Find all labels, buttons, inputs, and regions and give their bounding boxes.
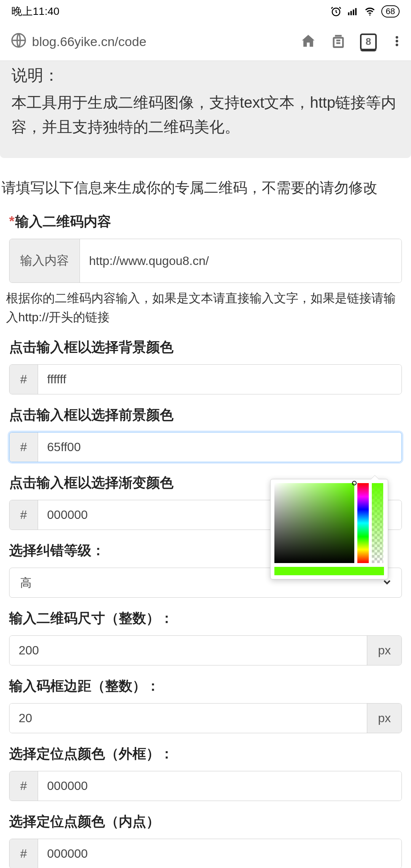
label-fgcolor: 点击输入框以选择前景颜色 — [9, 406, 402, 424]
wifi-icon — [364, 6, 376, 17]
label-size: 输入二维码尺寸（整数）： — [9, 609, 402, 628]
status-bar: 晚上11:40 68 — [0, 0, 411, 23]
field-bgcolor: 点击输入框以选择背景颜色 # — [9, 338, 402, 394]
svg-point-10 — [396, 43, 398, 46]
browser-actions: 8 — [300, 33, 403, 51]
popover-arrow — [371, 475, 379, 479]
notice-title: 说明： — [11, 62, 400, 88]
status-time: 晚上11:40 — [11, 4, 59, 19]
intro-text: 请填写以下信息来生成你的专属二维码，不需要的请勿修改 — [0, 177, 411, 212]
addon-content: 输入内容 — [10, 239, 80, 282]
addon-hash: # — [10, 365, 38, 394]
addon-hash: # — [10, 500, 38, 530]
bgcolor-input[interactable] — [38, 365, 401, 394]
addon-px: px — [367, 636, 401, 665]
input-group-size: px — [9, 635, 402, 665]
size-input[interactable] — [10, 636, 367, 665]
more-icon[interactable] — [390, 33, 403, 51]
help-content: 根据你的二维码内容输入，如果是文本请直接输入文字，如果是链接请输入http://… — [6, 289, 402, 327]
label-ptcolor-in: 选择定位点颜色（内点） — [9, 812, 402, 831]
margin-input[interactable] — [10, 704, 367, 733]
tab-switcher[interactable]: 8 — [360, 34, 377, 50]
svg-point-9 — [396, 40, 398, 42]
page-root: 晚上11:40 68 blog.66yike.cn/code — [0, 0, 411, 868]
hue-slider[interactable] — [357, 483, 369, 563]
cp-top-row — [274, 483, 384, 563]
svg-rect-1 — [348, 13, 349, 16]
saturation-cursor[interactable] — [352, 481, 357, 485]
browser-toolbar: blog.66yike.cn/code 8 — [0, 23, 411, 61]
colorpicker-popover[interactable] — [270, 479, 388, 579]
input-group-ptcolor-out: # — [9, 771, 402, 801]
color-preview — [274, 567, 384, 575]
field-ptcolor-in: 选择定位点颜色（内点） # — [9, 812, 402, 868]
ptcolor-out-input[interactable] — [38, 771, 401, 801]
signal-icon — [347, 6, 358, 17]
field-size: 输入二维码尺寸（整数）： px — [9, 609, 402, 665]
input-group-content: 输入内容 — [9, 239, 402, 283]
field-ptcolor-out: 选择定位点颜色（外框）： # — [9, 745, 402, 801]
input-group-fgcolor: # — [9, 432, 402, 462]
alarm-icon — [330, 6, 342, 17]
svg-point-8 — [396, 36, 398, 38]
saturation-panel[interactable] — [274, 483, 354, 563]
input-group-bgcolor: # — [9, 364, 402, 394]
url-text: blog.66yike.cn/code — [32, 34, 147, 49]
battery-badge: 68 — [381, 5, 400, 18]
svg-rect-4 — [355, 8, 357, 15]
alpha-slider[interactable] — [372, 483, 383, 563]
reader-icon[interactable] — [330, 33, 346, 51]
svg-point-5 — [369, 14, 370, 16]
globe-icon — [11, 32, 27, 51]
addon-hash: # — [10, 432, 38, 462]
addon-px: px — [367, 704, 401, 733]
addon-hash: # — [10, 771, 38, 801]
status-right: 68 — [330, 5, 400, 18]
home-icon[interactable] — [300, 33, 317, 51]
label-bgcolor: 点击输入框以选择背景颜色 — [9, 338, 402, 357]
label-ptcolor-out: 选择定位点颜色（外框）： — [9, 745, 402, 763]
required-mark: * — [9, 214, 14, 229]
notice-box: 说明： 本工具用于生成二维码图像，支持text文本，http链接等内容，并且支持… — [0, 61, 411, 158]
field-content: *输入二维码内容 输入内容 根据你的二维码内容输入，如果是文本请直接输入文字，如… — [9, 212, 402, 327]
fgcolor-input[interactable] — [38, 432, 401, 462]
field-margin: 输入码框边距（整数）： px — [9, 677, 402, 733]
content-input[interactable] — [80, 239, 401, 282]
input-group-margin: px — [9, 703, 402, 733]
ptcolor-in-input[interactable] — [38, 839, 401, 868]
field-fgcolor: 点击输入框以选择前景颜色 # — [9, 406, 402, 462]
notice-body: 本工具用于生成二维码图像，支持text文本，http链接等内容，并且支持独特的二… — [11, 90, 400, 139]
input-group-ptcolor-in: # — [9, 839, 402, 868]
svg-rect-2 — [350, 11, 352, 15]
label-content: *输入二维码内容 — [9, 212, 402, 231]
address-bar[interactable]: blog.66yike.cn/code — [11, 32, 293, 51]
addon-hash: # — [10, 839, 38, 868]
label-margin: 输入码框边距（整数）： — [9, 677, 402, 696]
svg-rect-3 — [353, 10, 354, 15]
